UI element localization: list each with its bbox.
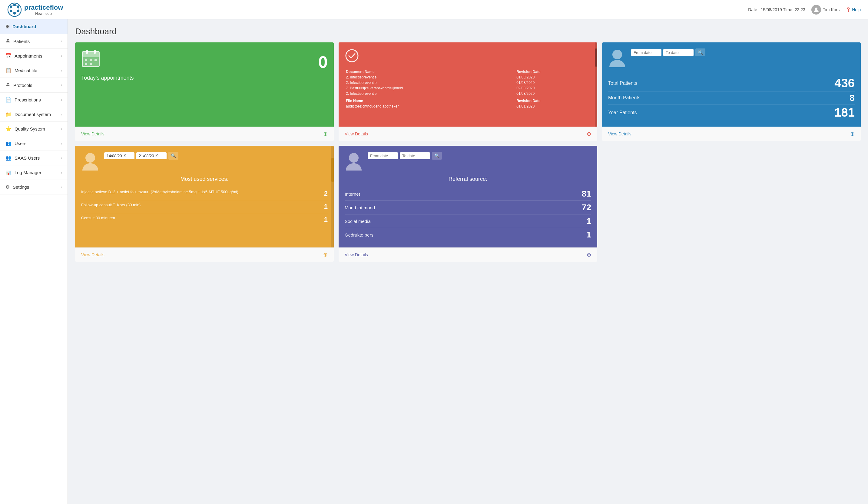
- documents-scrollbar[interactable]: [595, 42, 597, 127]
- sidebar-item-document-system[interactable]: 📁 Document system ‹: [0, 107, 68, 122]
- services-card: 🔍 Most used services: Injectie actieve B…: [75, 146, 334, 262]
- services-search-button[interactable]: 🔍: [168, 152, 178, 160]
- chevron-prescriptions: ‹: [61, 98, 62, 102]
- sidebar-label-document-system: Document system: [14, 112, 51, 117]
- patients-from-date[interactable]: [631, 49, 661, 56]
- help-icon: ❓: [846, 7, 851, 12]
- settings-icon: ⚙: [6, 184, 10, 190]
- chevron-document-system: ‹: [61, 112, 62, 116]
- chevron-patients: ‹: [61, 39, 62, 43]
- year-patients-label: Year Patients: [608, 110, 637, 115]
- year-patients-value: 181: [834, 106, 855, 119]
- svg-point-30: [349, 153, 359, 163]
- documents-table: Document Name Revision Date 2. Infectiep…: [345, 69, 591, 109]
- referral-search-button[interactable]: 🔍: [432, 152, 442, 160]
- svg-rect-23: [90, 59, 92, 61]
- appointments-view-details-label: View Details: [81, 132, 104, 136]
- referral-source-row: Internet81: [345, 187, 591, 201]
- patients-view-details[interactable]: View Details ⊕: [602, 127, 861, 141]
- saas-users-icon: 👥: [6, 155, 11, 161]
- doc-file-header-row: File NameRevision Date: [345, 96, 591, 104]
- logo: practiceflow Newmedix: [7, 2, 63, 17]
- avatar: [812, 5, 821, 14]
- patients-card: 🔍 Total Patients 436 Month Patients 8: [602, 42, 861, 141]
- total-patients-value: 436: [834, 76, 855, 90]
- sidebar: ⊞ Dashboard Patients ‹ 📅 Appointments ‹ …: [0, 19, 68, 504]
- referral-view-details-label: View Details: [345, 252, 368, 257]
- sidebar-label-settings: Settings: [13, 184, 29, 189]
- services-from-date[interactable]: [104, 152, 134, 159]
- svg-rect-25: [85, 63, 87, 65]
- sidebar-item-users[interactable]: 👥 Users ‹: [0, 136, 68, 151]
- chevron-users: ‹: [61, 142, 62, 146]
- sidebar-label-saas-users: SAAS Users: [14, 155, 40, 161]
- services-scrollbar[interactable]: [331, 146, 334, 247]
- svg-point-29: [85, 153, 95, 163]
- svg-point-28: [612, 50, 622, 59]
- referral-view-details[interactable]: View Details ⊕: [339, 247, 597, 262]
- services-to-date[interactable]: [136, 152, 167, 159]
- help-button[interactable]: ❓ Help: [846, 7, 861, 12]
- services-date-search: 🔍: [104, 152, 178, 160]
- patients-to-date[interactable]: [663, 49, 694, 56]
- sidebar-label-users: Users: [14, 141, 26, 146]
- chevron-appointments: ‹: [61, 54, 62, 58]
- svg-line-10: [14, 11, 18, 13]
- service-row: Consult 30 minuten1: [81, 213, 328, 226]
- referral-source-row: Gedrukte pers1: [345, 228, 591, 241]
- page-title: Dashboard: [75, 27, 861, 37]
- svg-rect-21: [94, 50, 96, 54]
- patients-arrow-icon: ⊕: [850, 131, 855, 137]
- doc-table-row: 2. Infectiepreventie01/03/2020: [345, 91, 591, 96]
- documents-view-details-label: View Details: [345, 132, 368, 136]
- sidebar-item-settings[interactable]: ⚙ Settings ‹: [0, 180, 68, 194]
- chevron-medical-file: ‹: [61, 69, 62, 73]
- sidebar-label-medical-file: Medical file: [14, 68, 37, 73]
- header-right: Date : 15/08/2019 Time: 22:23 Tim Kors ❓…: [748, 5, 861, 14]
- referral-from-date[interactable]: [368, 152, 398, 159]
- svg-rect-22: [85, 59, 87, 61]
- sidebar-label-log-manager: Log Manager: [14, 170, 41, 175]
- user-info[interactable]: Tim Kors: [812, 5, 839, 14]
- documents-card: Document Name Revision Date 2. Infectiep…: [339, 42, 597, 141]
- sidebar-item-dashboard[interactable]: ⊞ Dashboard: [0, 19, 68, 34]
- appointments-label: Today's appointments: [81, 75, 328, 81]
- help-label: Help: [852, 7, 861, 12]
- logo-icon: [7, 2, 22, 17]
- patients-search-button[interactable]: 🔍: [695, 49, 705, 56]
- service-row: Injectie actieve B12 + actief foliumzuur…: [81, 187, 328, 200]
- svg-line-11: [11, 11, 14, 13]
- referral-card: 🔍 Referral source: Internet81Mond tot mo…: [339, 146, 597, 262]
- appointments-view-details[interactable]: View Details ⊕: [75, 127, 334, 141]
- medical-file-icon: 📋: [6, 68, 11, 73]
- sidebar-label-dashboard: Dashboard: [12, 24, 36, 29]
- documents-view-details[interactable]: View Details ⊕: [339, 127, 597, 141]
- documents-check-icon: [345, 49, 359, 64]
- sidebar-item-medical-file[interactable]: 📋 Medical file ‹: [0, 63, 68, 78]
- appointments-count: 0: [318, 52, 328, 72]
- referral-list: Internet81Mond tot mond72Social media1Ge…: [345, 187, 591, 241]
- services-list: Injectie actieve B12 + actief foliumzuur…: [81, 187, 328, 226]
- patients-view-details-label: View Details: [608, 132, 631, 136]
- sidebar-item-log-manager[interactable]: 📊 Log Manager ‹: [0, 165, 68, 180]
- svg-point-13: [815, 8, 817, 10]
- sidebar-item-quality-system[interactable]: ⭐ Quality System ‹: [0, 122, 68, 136]
- sidebar-item-saas-users[interactable]: 👥 SAAS Users ‹: [0, 151, 68, 165]
- sidebar-item-protocols[interactable]: Protocols ‹: [0, 78, 68, 93]
- sidebar-item-appointments[interactable]: 📅 Appointments ‹: [0, 49, 68, 63]
- document-system-icon: 📁: [6, 112, 11, 117]
- service-row: Follow-up consult T. Kors (30 min)1: [81, 200, 328, 213]
- total-patients-label: Total Patients: [608, 81, 637, 86]
- prescriptions-icon: 📄: [6, 97, 11, 103]
- services-view-details[interactable]: View Details ⊕: [75, 247, 334, 262]
- sidebar-item-prescriptions[interactable]: 📄 Prescriptions ‹: [0, 93, 68, 107]
- month-patients-value: 8: [849, 93, 855, 103]
- year-patients-row: Year Patients 181: [608, 104, 855, 121]
- dashboard-grid: 0 Today's appointments View Details ⊕: [75, 42, 861, 262]
- services-avatar-icon: [81, 152, 99, 174]
- referral-to-date[interactable]: [400, 152, 430, 159]
- sidebar-item-patients[interactable]: Patients ‹: [0, 34, 68, 49]
- log-manager-icon: 📊: [6, 169, 11, 175]
- appointments-calendar-icon: [81, 49, 101, 72]
- user-name: Tim Kors: [823, 7, 839, 12]
